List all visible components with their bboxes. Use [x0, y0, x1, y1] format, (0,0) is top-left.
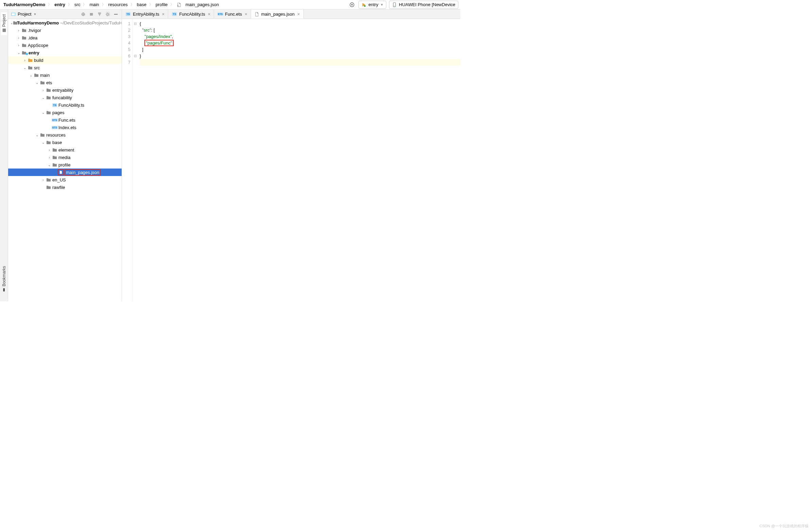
- run-config-combo[interactable]: entry ▼: [359, 1, 386, 9]
- top-toolbar: TuduHarmonyDemo〉 entry〉 src〉 main〉 resou…: [0, 0, 460, 10]
- editor-area: TSEntryAbility.ts× TSFuncAbility.ts× ETS…: [122, 10, 460, 301]
- tree-entryability[interactable]: ›entryability: [8, 86, 122, 94]
- select-opened-icon[interactable]: [80, 11, 86, 17]
- tab-func-ets[interactable]: ETSFunc.ets×: [214, 10, 251, 19]
- svg-text:{}: {}: [60, 172, 61, 174]
- chevron-right-icon: 〉: [48, 2, 52, 7]
- tree-element[interactable]: ›element: [8, 146, 122, 154]
- chevron-right-icon: 〉: [83, 2, 87, 7]
- hide-icon[interactable]: [113, 11, 119, 17]
- chevron-down-icon[interactable]: ▼: [33, 13, 37, 16]
- project-tree: ⌄TuduHarmonyDemo~/DevEcoStudioProjects/T…: [8, 19, 122, 301]
- project-panel-title: Project: [18, 12, 31, 17]
- svg-rect-8: [12, 13, 15, 15]
- tree-pages[interactable]: ⌄pages: [8, 109, 122, 116]
- chevron-right-icon: 〉: [170, 2, 174, 7]
- svg-rect-11: [114, 14, 118, 15]
- tab-main-pages[interactable]: main_pages.json×: [251, 10, 304, 19]
- tree-media[interactable]: ›media: [8, 154, 122, 161]
- tree-funcability-ts[interactable]: TSFuncAbility.ts: [8, 101, 122, 109]
- svg-point-4: [364, 5, 365, 6]
- tree-profile[interactable]: ⌄profile: [8, 161, 122, 169]
- close-icon[interactable]: ×: [297, 12, 300, 17]
- svg-text:{}: {}: [177, 4, 179, 6]
- tree-entry[interactable]: ⌄entry: [8, 49, 122, 56]
- crumb-root[interactable]: TuduHarmonyDemo: [2, 1, 46, 8]
- tree-root[interactable]: ⌄TuduHarmonyDemo~/DevEcoStudioProjects/T…: [8, 19, 122, 27]
- sidetab-project[interactable]: ▦Project: [1, 12, 7, 35]
- chevron-right-icon: 〉: [102, 2, 106, 7]
- tree-main[interactable]: ⌄main: [8, 71, 122, 79]
- crumb-profile[interactable]: profile: [154, 1, 169, 8]
- tree-func-ets[interactable]: ETSFunc.ets: [8, 116, 122, 124]
- tree-index-ets[interactable]: ETSIndex.ets: [8, 124, 122, 131]
- project-panel: Project ▼ ⌄TuduHarmonyDemo~/DevEcoStudio…: [8, 10, 122, 301]
- tree-build[interactable]: ›build: [8, 56, 122, 64]
- chevron-down-icon: ▼: [380, 3, 383, 6]
- tree-idea[interactable]: ›.idea: [8, 34, 122, 41]
- sidetab-bookmarks[interactable]: ▮Bookmarks: [1, 264, 7, 295]
- crumb-entry[interactable]: entry: [53, 1, 67, 8]
- tab-funcability[interactable]: TSFuncAbility.ts×: [168, 10, 214, 19]
- tree-appscope[interactable]: ›AppScope: [8, 41, 122, 49]
- tree-rawfile[interactable]: rawfile: [8, 184, 122, 191]
- close-icon[interactable]: ×: [208, 12, 211, 17]
- svg-point-10: [107, 13, 108, 15]
- expand-all-icon[interactable]: [88, 11, 95, 17]
- svg-rect-6: [394, 6, 395, 6]
- tree-funcability[interactable]: ⌄funcability: [8, 94, 122, 101]
- gear-icon[interactable]: [105, 11, 111, 17]
- tree-hvigor[interactable]: ›.hvigor: [8, 27, 122, 34]
- collapse-all-icon[interactable]: [97, 11, 103, 17]
- tree-src[interactable]: ⌄src: [8, 64, 122, 71]
- chevron-right-icon: 〉: [130, 2, 134, 7]
- tree-resources[interactable]: ⌄resources: [8, 131, 122, 139]
- tree-main-pages-json[interactable]: {}main_pages.json: [8, 169, 122, 176]
- tree-base[interactable]: ⌄base: [8, 139, 122, 146]
- close-icon[interactable]: ×: [245, 12, 247, 17]
- target-icon[interactable]: [348, 1, 356, 9]
- svg-point-2: [351, 4, 353, 5]
- close-icon[interactable]: ×: [162, 12, 165, 17]
- crumb-base[interactable]: base: [135, 1, 148, 8]
- left-gutter: ▦Project ▮Bookmarks: [0, 10, 8, 301]
- crumb-src[interactable]: src: [73, 1, 82, 8]
- tree-enus[interactable]: ›en_US: [8, 176, 122, 184]
- top-actions: entry ▼ HUAWEI Phone [NewDevice: [348, 1, 458, 9]
- crumb-resources[interactable]: resources: [107, 1, 129, 8]
- tab-entryability[interactable]: TSEntryAbility.ts×: [122, 10, 168, 19]
- code-body[interactable]: { "src": [ "pages/Index", "pages/Func" ]…: [137, 19, 460, 301]
- editor-tabs: TSEntryAbility.ts× TSFuncAbility.ts× ETS…: [122, 10, 460, 19]
- project-panel-header: Project ▼: [8, 10, 122, 19]
- chevron-right-icon: 〉: [68, 2, 72, 7]
- chevron-right-icon: 〉: [149, 2, 153, 7]
- fold-gutter: ⊟⊟: [133, 19, 137, 301]
- breadcrumb: TuduHarmonyDemo〉 entry〉 src〉 main〉 resou…: [2, 1, 220, 8]
- code-editor[interactable]: 1234567 ⊟⊟ { "src": [ "pages/Index", "pa…: [122, 19, 460, 301]
- tree-ets[interactable]: ⌄ets: [8, 79, 122, 86]
- crumb-main[interactable]: main: [88, 1, 100, 8]
- line-gutter: 1234567: [122, 19, 133, 301]
- device-combo[interactable]: HUAWEI Phone [NewDevice: [389, 1, 458, 9]
- crumb-file[interactable]: {} main_pages.json: [175, 1, 220, 8]
